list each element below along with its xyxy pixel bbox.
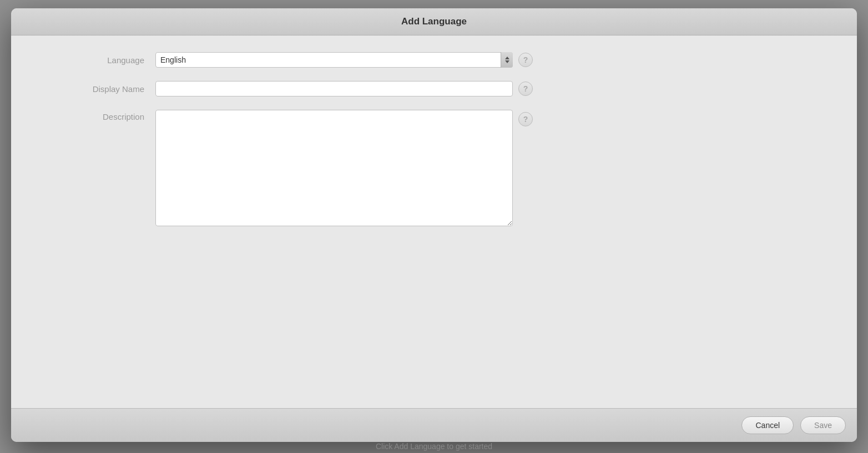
bottom-hint: Click Add Language to get started (0, 442, 868, 453)
dialog: Add Language Language English French Ger… (11, 8, 857, 442)
cancel-button[interactable]: Cancel (741, 416, 794, 434)
display-name-input[interactable] (155, 81, 513, 96)
dialog-title: Add Language (401, 16, 467, 27)
dialog-titlebar: Add Language (11, 8, 857, 35)
display-name-row: Display Name ? (44, 81, 824, 96)
description-help-button[interactable]: ? (518, 112, 533, 126)
save-button[interactable]: Save (800, 416, 846, 434)
display-name-label: Display Name (44, 84, 155, 94)
language-input-wrapper: English French German Spanish Chinese Ja… (155, 52, 533, 68)
display-name-input-wrapper: ? (155, 81, 533, 96)
dialog-body: Language English French German Spanish C… (11, 35, 857, 408)
display-name-help-button[interactable]: ? (518, 82, 533, 96)
description-input-wrapper: ? (155, 110, 533, 226)
description-textarea[interactable] (155, 110, 513, 226)
language-select-wrapper: English French German Spanish Chinese Ja… (155, 52, 513, 68)
language-label: Language (44, 55, 155, 65)
description-row: Description ? (44, 110, 824, 226)
language-help-button[interactable]: ? (518, 53, 533, 67)
dialog-footer: Cancel Save (11, 408, 857, 442)
language-row: Language English French German Spanish C… (44, 52, 824, 68)
language-select[interactable]: English French German Spanish Chinese Ja… (155, 52, 513, 68)
description-label: Description (44, 110, 155, 121)
